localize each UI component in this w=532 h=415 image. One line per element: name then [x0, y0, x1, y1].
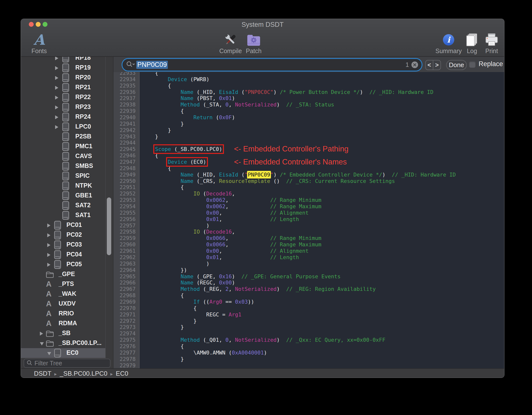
chevron-down-icon[interactable]	[40, 342, 44, 345]
sidebar-item-rp21[interactable]: RP21	[21, 83, 113, 92]
sidebar-item-_pts[interactable]: A_PTS	[21, 279, 113, 289]
sidebar-item-lpc0[interactable]: LPC0	[21, 122, 113, 132]
find-bar: PNP0C09 1 ✕ < > Done Replace	[113, 57, 504, 72]
sidebar-item-pc05[interactable]: PC05	[21, 260, 113, 269]
sidebar-item-cavs[interactable]: CAVS	[21, 151, 113, 161]
sidebar-item-pc01[interactable]: PC01	[21, 220, 113, 230]
code-line: Method (_Q01, 0, NotSerialized) // _Qxx:…	[142, 337, 456, 343]
match-count: 1	[406, 61, 409, 68]
method-icon: A	[46, 299, 51, 308]
code-line: 0x0066, // Range Minimum	[142, 235, 456, 241]
code-line: {	[142, 108, 456, 114]
chevron-right-icon[interactable]	[47, 253, 50, 257]
titlebar: System DSDT A Fonts	[21, 19, 504, 57]
chevron-right-icon[interactable]	[47, 223, 50, 227]
code-line: Method (_REG, 2, NotSerialized) // _REG:…	[142, 286, 456, 292]
sidebar-item-pmc1[interactable]: PMC1	[21, 142, 113, 151]
chevron-right-icon[interactable]	[47, 233, 50, 237]
device-icon	[62, 181, 69, 191]
chevron-right-icon[interactable]	[55, 115, 58, 119]
sidebar-scrollbar[interactable]	[107, 197, 111, 255]
chevron-right-icon[interactable]	[47, 263, 50, 267]
device-icon	[62, 201, 69, 211]
clear-search-icon[interactable]: ✕	[411, 61, 418, 68]
done-button[interactable]: Done	[446, 60, 467, 70]
code-line: 0x01, // Length	[142, 254, 456, 261]
chevron-right-icon[interactable]	[55, 125, 58, 129]
device-icon	[62, 132, 69, 142]
chevron-right-icon[interactable]	[55, 76, 58, 80]
sidebar-item-rp23[interactable]: RP23	[21, 102, 113, 112]
acpi-tree[interactable]: RP18RP19RP20RP21RP22RP23RP24LPC0P2SBPMC1…	[21, 57, 113, 358]
code-line: If ((Arg0 == 0x03))	[142, 299, 456, 305]
sidebar-item-rp24[interactable]: RP24	[21, 112, 113, 122]
chevron-right-icon[interactable]	[55, 105, 58, 109]
code-line: Device (PWRB)	[142, 76, 456, 83]
breadcrumb-separator-icon: ▸	[54, 371, 57, 377]
line-numbers: 2293322934229352293622937229382293922940…	[113, 70, 136, 368]
toolbar-item-patch[interactable]: Patch	[235, 33, 272, 55]
sidebar-item-sat2[interactable]: SAT2	[21, 201, 113, 210]
breadcrumb: DSDT▸_SB.PC00.LPC0▸EC0	[34, 370, 128, 377]
device-icon	[54, 240, 61, 250]
annotation-names: <- Embedded Controller's Names	[234, 158, 347, 166]
device-icon	[62, 211, 69, 221]
find-next-button[interactable]: >	[433, 60, 440, 70]
code-line: 0x0062, // Range Minimum	[142, 197, 456, 203]
filter-tree-input[interactable]: Filter Tree	[24, 359, 110, 368]
sidebar-item-gbe1[interactable]: GBE1	[21, 191, 113, 201]
chevron-right-icon[interactable]	[40, 332, 43, 336]
code-line: IO (Decode16,	[142, 229, 456, 235]
sidebar-item-rp22[interactable]: RP22	[21, 92, 113, 102]
sidebar-item-rrio[interactable]: ARRIO	[21, 309, 113, 319]
sidebar-item-spic[interactable]: SPIC	[21, 171, 113, 181]
sidebar-item-_sb[interactable]: _SB	[21, 328, 113, 338]
sidebar-item-p2sb[interactable]: P2SB	[21, 132, 113, 142]
gutter-divider	[139, 72, 140, 368]
sidebar-item-rp20[interactable]: RP20	[21, 73, 113, 83]
sidebar-item-pc03[interactable]: PC03	[21, 240, 113, 250]
chevron-right-icon[interactable]	[55, 57, 58, 60]
device-icon	[54, 250, 61, 260]
device-icon	[62, 63, 69, 73]
sidebar-item-_sbpc00lp[interactable]: _SB.PC00.LP...	[21, 338, 113, 348]
chevron-right-icon[interactable]	[55, 66, 58, 70]
code-line: 0x0066, // Range Maximum	[142, 241, 456, 248]
code-line	[142, 362, 456, 368]
print-icon	[473, 33, 504, 47]
sidebar-item-rdma[interactable]: ARDMA	[21, 319, 113, 328]
sidebar-item-_gpe[interactable]: _GPE	[21, 269, 113, 279]
search-menu-icon[interactable]	[126, 61, 135, 69]
code-text[interactable]: { Device (PWRB) { Name (_HID, EisaId ("P…	[142, 70, 456, 368]
toolbar-item-fonts[interactable]: A Fonts	[21, 33, 58, 55]
toolbar-item-print[interactable]: Print	[473, 33, 504, 55]
sidebar-item-_wak[interactable]: A_WAK	[21, 289, 113, 299]
code-editor[interactable]: 2293322934229352293622937229382293922940…	[113, 57, 504, 368]
red-annotation-box: Scope (_SB.PC00.LPC0)	[155, 146, 222, 152]
sidebar-item-smbs[interactable]: SMBS	[21, 161, 113, 171]
patch-icon	[235, 33, 272, 47]
chevron-right-icon[interactable]	[55, 96, 58, 100]
find-previous-button[interactable]: <	[426, 60, 433, 70]
method-icon: A	[46, 319, 51, 328]
sidebar-item-rp19[interactable]: RP19	[21, 63, 113, 73]
chevron-right-icon[interactable]	[47, 243, 50, 247]
chevron-down-icon[interactable]	[47, 352, 51, 355]
sidebar-item-sat1[interactable]: SAT1	[21, 210, 113, 220]
sidebar-item-ec0[interactable]: EC0	[21, 348, 105, 358]
find-search-input[interactable]: PNP0C09 1 ✕	[123, 59, 422, 71]
sidebar-item-rp18[interactable]: RP18	[21, 57, 113, 63]
device-icon	[62, 103, 69, 113]
sidebar-item-pc02[interactable]: PC02	[21, 230, 113, 240]
sidebar-item-pc04[interactable]: PC04	[21, 250, 113, 260]
code-line: Name (_HID, EisaId ("PNP0C0C") /* Power …	[142, 89, 456, 95]
chevron-right-icon[interactable]	[55, 86, 58, 90]
sidebar-item-ntpk[interactable]: NTPK	[21, 181, 113, 191]
replace-checkbox[interactable]	[469, 61, 476, 68]
sidebar-item-uxdv[interactable]: AUXDV	[21, 299, 113, 309]
device-icon	[62, 162, 69, 172]
code-line: Name (_CRS, ResourceTemplate () // _CRS:…	[142, 178, 456, 184]
device-icon	[62, 122, 69, 132]
red-annotation-box: Device (EC0)	[168, 159, 206, 165]
code-line: REGC = Arg1	[142, 311, 456, 318]
